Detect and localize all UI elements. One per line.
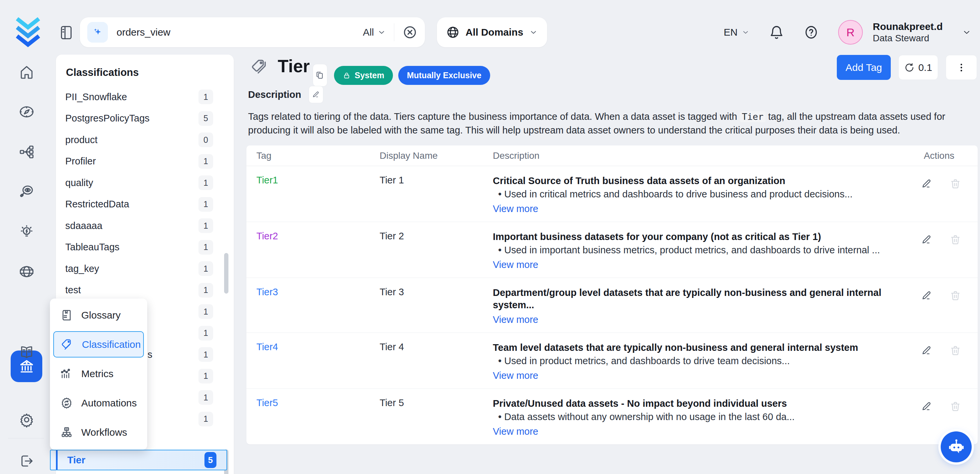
edit-tag-icon[interactable]	[921, 234, 932, 245]
classification-list-item[interactable]: quality1	[56, 172, 234, 194]
count-badge: 1	[199, 154, 213, 169]
classification-list-item[interactable]: TableauTags1	[56, 237, 234, 258]
description-label: Description	[248, 89, 301, 100]
classification-item-tier-selected[interactable]: Tier 5	[50, 450, 227, 470]
edit-tag-icon[interactable]	[921, 178, 932, 189]
sidebar-item-home[interactable]	[19, 64, 35, 80]
system-badge: System	[334, 66, 393, 85]
app-root: orders_view All All Domains EN	[0, 0, 980, 474]
view-more-link[interactable]: View more	[493, 370, 538, 381]
sidebar-item-profile-magnifier-eye[interactable]	[19, 184, 35, 200]
left-nav-rail	[0, 53, 52, 474]
version-button[interactable]: 0.1	[899, 55, 938, 80]
view-more-link[interactable]: View more	[493, 314, 538, 325]
count-badge: 1	[199, 304, 213, 319]
menu-item-workflows[interactable]: Workflows	[53, 419, 144, 445]
sidebar-item-settings[interactable]	[19, 412, 35, 428]
user-role: Data Steward	[873, 33, 943, 44]
menu-item-automations[interactable]: Automations	[53, 390, 144, 416]
table-row: Tier4 Tier 4 Team level datasets that ar…	[247, 333, 978, 389]
all-domains-dropdown[interactable]: All Domains	[437, 17, 547, 47]
tag-link[interactable]: Tier3	[256, 286, 278, 297]
classifications-title: Classifications	[66, 67, 139, 78]
classification-list-item[interactable]: RestrictedData1	[56, 194, 234, 215]
search-input[interactable]: orders_view	[116, 27, 363, 38]
tag-link[interactable]: Tier2	[256, 231, 278, 241]
tier-description-text: Tags related to tiering of the data. Tie…	[248, 110, 974, 137]
view-more-link[interactable]: View more	[493, 426, 538, 437]
classification-list-item[interactable]: sdaaaaa1	[56, 215, 234, 237]
table-row: Tier5 Tier 5 Private/Unused data assets …	[247, 389, 978, 444]
count-badge: 1	[199, 283, 213, 297]
delete-tag-icon	[950, 234, 961, 245]
sidebar-item-lineage[interactable]	[19, 144, 35, 160]
classification-list-item[interactable]: PostgresPolicyTags5	[56, 108, 234, 129]
avatar[interactable]: R	[838, 20, 863, 45]
search-scope-dropdown[interactable]: All	[363, 27, 386, 38]
copy-name-button[interactable]	[313, 64, 327, 87]
search-scope-label: All	[363, 27, 374, 38]
language-selector[interactable]: EN	[724, 27, 749, 38]
notifications-bell-icon[interactable]	[769, 25, 784, 40]
clear-search-icon[interactable]	[402, 25, 418, 40]
classification-list-item[interactable]: tag_key1	[56, 258, 234, 280]
robot-chat-icon	[947, 437, 966, 457]
menu-item-classification[interactable]: Classification	[53, 331, 144, 358]
edit-description-button[interactable]	[309, 86, 323, 103]
sidebar-item-logout[interactable]	[19, 453, 35, 469]
lock-icon	[343, 72, 351, 80]
atlan-logo-icon[interactable]	[15, 17, 41, 48]
count-badge: 1	[199, 326, 213, 340]
globe-icon	[446, 25, 460, 39]
sidebar-toggle-icon[interactable]	[59, 24, 74, 41]
view-more-link[interactable]: View more	[493, 259, 538, 270]
workflows-icon	[60, 426, 73, 439]
help-question-icon[interactable]	[803, 25, 819, 40]
count-badge: 5	[199, 111, 213, 126]
sidebar-item-globe[interactable]	[19, 264, 35, 280]
refresh-icon	[904, 62, 915, 73]
glossary-book-icon	[60, 309, 73, 322]
count-badge: 1	[199, 175, 213, 190]
delete-tag-icon	[950, 345, 961, 356]
menu-item-metrics[interactable]: Metrics	[53, 361, 144, 387]
chevron-down-icon	[741, 28, 749, 36]
sidebar-item-discover-compass[interactable]	[19, 104, 35, 120]
menu-item-glossary[interactable]: Glossary	[53, 302, 144, 328]
edit-tag-icon[interactable]	[921, 345, 932, 356]
edit-tag-icon[interactable]	[921, 401, 932, 412]
tag-link[interactable]: Tier5	[256, 398, 278, 408]
table-header: Tag Display Name Description Actions	[247, 145, 978, 166]
classification-list-item[interactable]: test1	[56, 280, 234, 301]
classification-list-item[interactable]: PII_Snowflake1	[56, 86, 234, 108]
panel-scrollbar-thumb[interactable]	[224, 253, 228, 294]
view-more-link[interactable]: View more	[493, 204, 538, 215]
sidebar-item-insights-bulb[interactable]	[19, 224, 35, 240]
user-menu[interactable]: R Rounakpreet.d Data Steward	[838, 20, 943, 45]
topbar-right-cluster: EN R Rounakpreet.d Data Steward	[724, 17, 971, 47]
tag-link[interactable]: Tier4	[256, 342, 278, 352]
chevron-down-icon	[377, 28, 386, 37]
add-tag-button[interactable]: Add Tag	[837, 55, 891, 80]
classification-list-item[interactable]: Profiler1	[56, 151, 234, 172]
version-label: 0.1	[918, 62, 932, 73]
user-menu-chevron-icon[interactable]	[962, 28, 971, 37]
global-search-bar[interactable]: orders_view All	[80, 17, 425, 47]
classification-list-item[interactable]: product0	[56, 129, 234, 151]
count-badge: 1	[199, 89, 213, 104]
count-badge: 1	[199, 261, 213, 276]
user-name: Rounakpreet.d	[873, 21, 943, 33]
more-options-button[interactable]	[946, 55, 977, 80]
edit-tag-icon[interactable]	[921, 290, 932, 301]
delete-tag-icon	[950, 290, 961, 301]
column-header-tag: Tag	[247, 151, 380, 161]
count-badge: 0	[199, 132, 213, 147]
tag-link[interactable]: Tier1	[256, 175, 278, 185]
tier-tags-icon	[250, 57, 272, 77]
ai-sparkle-icon[interactable]	[87, 22, 108, 43]
chat-assistant-button[interactable]	[941, 431, 972, 462]
search-divider	[394, 23, 394, 41]
sidebar-item-docs-book[interactable]	[19, 345, 35, 361]
page-title: Tier	[278, 56, 310, 76]
description-header: Description	[248, 86, 323, 103]
